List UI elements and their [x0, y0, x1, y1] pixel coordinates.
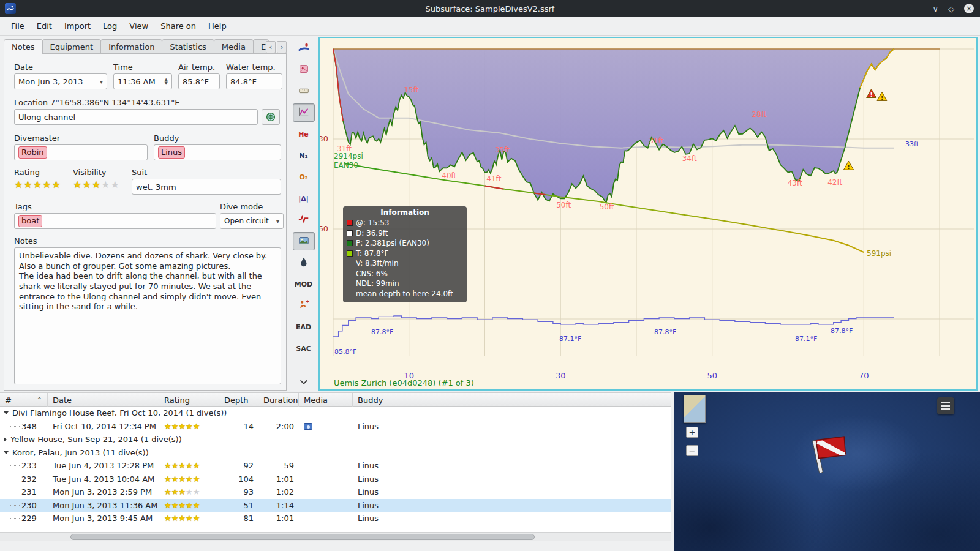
horizontal-scrollbar[interactable]: [0, 532, 671, 541]
profile-toolbar-button-photos[interactable]: [293, 232, 315, 250]
buddy-field[interactable]: Linus: [154, 144, 281, 160]
time-spinbox[interactable]: 11:36 AM ▲▼: [113, 73, 172, 89]
profile-toolbar-button-he-graph[interactable]: He: [293, 125, 315, 143]
dive-trip-row[interactable]: Yellow House, Sun Sep 21, 2014 (1 dive(s…: [0, 433, 671, 446]
profile-toolbar-button-diver[interactable]: [293, 39, 315, 58]
expand-arrow-icon[interactable]: [4, 437, 7, 442]
menu-item-share-on[interactable]: Share on: [154, 18, 202, 34]
dive-site-map[interactable]: + −: [674, 392, 980, 551]
tag-chip[interactable]: boat: [18, 215, 42, 227]
star-icon: ★: [186, 422, 193, 431]
dive-row[interactable]: 348Fri Oct 10, 2014 12:34 PM★★★★★142:00L…: [0, 420, 671, 433]
notes-textarea[interactable]: Unbelievable dive. Dozens and dozens of …: [14, 247, 281, 384]
start-pressure-label: 2914psi: [334, 152, 363, 160]
globe-icon[interactable]: [262, 109, 280, 125]
tab-statistics[interactable]: Statistics: [162, 39, 214, 54]
column-header-date[interactable]: Date: [48, 393, 159, 407]
column-header-label: Depth: [224, 395, 249, 405]
divemaster-field[interactable]: Robin: [14, 144, 148, 160]
star-icon: ★: [193, 501, 200, 510]
air-temp-field[interactable]: 85.8°F: [178, 73, 220, 89]
map-zoom-in-button[interactable]: +: [686, 427, 698, 438]
gas-drop-icon: [298, 256, 310, 270]
tab-information[interactable]: Information: [100, 39, 162, 54]
close-button[interactable]: ×: [964, 4, 974, 13]
column-header-media[interactable]: Media: [299, 393, 353, 407]
buddy-chip[interactable]: Linus: [158, 146, 185, 159]
info-box-text: mean depth to here 24.0ft: [356, 289, 453, 299]
menu-item-view[interactable]: View: [123, 18, 154, 34]
dive-row[interactable]: 232Tue Jun 4, 2013 10:04 AM★★★★★1041:01L…: [0, 473, 671, 486]
profile-toolbar-button-o2-graph[interactable]: O₂: [293, 168, 315, 186]
profile-toolbar-button-n2-graph[interactable]: N₂: [293, 146, 315, 165]
profile-toolbar-button-sac[interactable]: SAC: [293, 339, 315, 358]
water-temp-field[interactable]: 84.8°F: [226, 73, 282, 89]
tree-branch: [10, 505, 20, 506]
collapse-arrow-icon[interactable]: [4, 411, 9, 414]
star-icon: ★: [178, 501, 186, 510]
profile-toolbar-button-sac-person[interactable]: [293, 296, 315, 315]
column-header-duration[interactable]: Duration: [258, 393, 299, 407]
menu-item-import[interactable]: Import: [58, 18, 97, 34]
map-zoom-out-button[interactable]: −: [686, 445, 698, 456]
x-axis-tick-label: 70: [859, 371, 869, 380]
map-menu-button[interactable]: [937, 397, 954, 414]
menu-item-help[interactable]: Help: [202, 18, 233, 34]
star-icon: ★: [164, 461, 172, 470]
dive-number: 232: [21, 474, 37, 484]
dive-date: Mon Jun 3, 2013 9:45 AM: [53, 514, 153, 523]
dive-mode-combobox[interactable]: Open circuit ▾: [220, 213, 284, 229]
profile-toolbar-button-ruler[interactable]: [293, 82, 315, 100]
tab-media[interactable]: Media: [214, 39, 254, 54]
profile-toolbar-button-heartrate[interactable]: [293, 211, 315, 229]
location-label: Location 7°16'58.386"N 134°14'43.631"E: [14, 98, 286, 107]
column-header-num[interactable]: # ^: [0, 393, 48, 407]
column-header-rating[interactable]: Rating: [159, 393, 219, 407]
dive-row[interactable]: 229Mon Jun 3, 2013 9:45 AM★★★★★811:01Lin…: [0, 512, 671, 525]
dive-row[interactable]: 230Mon Jun 3, 2013 11:36 AM★★★★★511:14Li…: [0, 499, 671, 512]
dive-trip-row[interactable]: Koror, Palau, Jun 2013 (11 dive(s)): [0, 446, 671, 460]
dive-row[interactable]: 233Tue Jun 4, 2013 12:28 PM★★★★★9259Linu…: [0, 459, 671, 473]
minimize-button[interactable]: ∨: [932, 5, 938, 13]
dive-flag-marker[interactable]: [807, 430, 862, 479]
profile-toolbar-button-scale-graph[interactable]: [293, 103, 315, 122]
menu-item-edit[interactable]: Edit: [31, 18, 58, 34]
profile-toolbar-button-scroll-down[interactable]: [293, 373, 315, 392]
dive-profile-panel[interactable]: 10305070306031ft15ft40ft41ft35ft50ft50ft…: [318, 37, 978, 391]
location-field[interactable]: Ulong channel: [14, 109, 258, 125]
menu-item-log[interactable]: Log: [97, 18, 123, 34]
diver-icon: [298, 42, 310, 56]
star-icon: ★: [193, 514, 200, 523]
collapse-arrow-icon[interactable]: [4, 451, 9, 454]
profile-toolbar-button-dive-sites[interactable]: [293, 61, 315, 79]
tab-notes[interactable]: Notes: [4, 39, 43, 54]
maximize-button[interactable]: ◇: [948, 5, 954, 13]
menu-item-file[interactable]: File: [5, 18, 31, 34]
column-header-buddy[interactable]: Buddy: [353, 393, 671, 407]
dive-buddy-cell: Linus: [353, 420, 671, 433]
tree-branch: [10, 465, 20, 466]
profile-toolbar-button-ead[interactable]: EAD: [293, 318, 315, 336]
tab-scroll-right-icon[interactable]: ›: [277, 41, 287, 53]
media-icon[interactable]: [304, 423, 312, 430]
profile-toolbar-button-tissues[interactable]: |Δ|: [293, 189, 315, 208]
temperature-label: 87.1°F: [559, 335, 581, 343]
dive-row[interactable]: 231Mon Jun 3, 2013 2:59 PM★★★★★931:02Lin…: [0, 485, 671, 499]
scrollbar-handle[interactable]: [70, 534, 535, 540]
tab-equipment[interactable]: Equipment: [42, 39, 102, 54]
dive-date: Tue Jun 4, 2013 10:04 AM: [53, 474, 154, 484]
tags-field[interactable]: boat: [14, 213, 216, 229]
spinner-arrows-icon[interactable]: ▲▼: [165, 78, 168, 85]
star-icon: ★: [23, 179, 32, 190]
tab-scroll-left-icon[interactable]: ‹: [266, 41, 276, 53]
dive-trip-row[interactable]: Divi Flamingo House Reef, Fri Oct 10, 20…: [0, 407, 671, 420]
divemaster-chip[interactable]: Robin: [18, 146, 47, 159]
rating-stars[interactable]: ★★★★★: [14, 179, 73, 190]
map-overview-inset[interactable]: [684, 395, 706, 423]
suit-field[interactable]: wet, 3mm: [132, 179, 281, 195]
profile-toolbar-button-mod[interactable]: MOD: [293, 275, 315, 293]
column-header-depth[interactable]: Depth: [219, 393, 258, 407]
profile-toolbar-button-gas-drop[interactable]: [293, 253, 315, 272]
visibility-stars[interactable]: ★★★★★: [73, 179, 132, 190]
date-combobox[interactable]: Mon Jun 3, 2013 ▾: [14, 73, 107, 89]
